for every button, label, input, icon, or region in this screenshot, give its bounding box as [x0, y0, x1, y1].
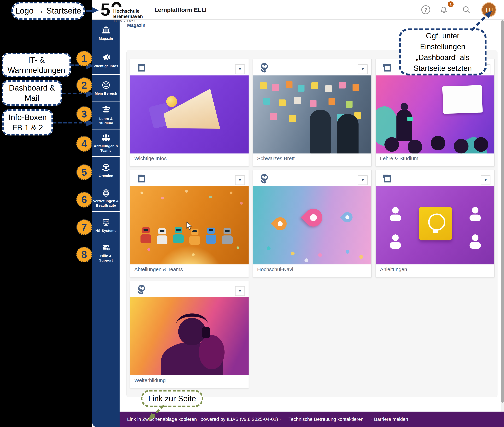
help-icon[interactable]: ?: [421, 5, 430, 14]
sidebar-item-label: HS-Systeme: [95, 229, 117, 233]
sidebar-item-mein-bereich[interactable]: Mein Bereich: [92, 74, 120, 101]
tile-title-link[interactable]: Schwarzes Brett: [257, 156, 295, 161]
sidebar-item-magazin[interactable]: Magazin: [92, 20, 120, 47]
powered-by-text: powered by ILIAS (v9.8 2025-04-01) ·: [201, 417, 281, 422]
tile-actions-dropdown[interactable]: ▼: [235, 286, 245, 296]
annotation-number-8: 8: [76, 247, 92, 262]
svg-text:***: ***: [104, 220, 108, 223]
books-icon: [101, 106, 110, 115]
tile-hochschul-navi[interactable]: ▼ Hochschul-Navi: [253, 170, 372, 277]
tile-header: ▼: [130, 170, 248, 186]
annotation-number-3: 3: [76, 106, 92, 122]
weblink-globe-icon: [259, 62, 270, 73]
sidebar-item-label: Wichtige Infos: [93, 64, 119, 68]
sidebar-item-label: Vertretungen & Beauftragte: [92, 199, 120, 208]
annotation-logo-callout: Logo → Startseite: [11, 2, 85, 20]
contact-support-link[interactable]: Technische Betreuung kontaktieren: [288, 417, 364, 422]
sidebar-item-label: Mein Bereich: [94, 91, 118, 96]
tile-title-link[interactable]: Hochschul-Navi: [257, 267, 293, 272]
tile-header: ▼: [376, 170, 494, 186]
art-shape: [140, 234, 151, 243]
sidebar-item-label: Magazin: [98, 36, 114, 41]
tile-weiterbildung[interactable]: ▼ Weiterbildung: [130, 281, 249, 389]
tile-anleitungen[interactable]: ▼ Anleitungen: [375, 170, 495, 277]
tile-actions-dropdown[interactable]: ▼: [481, 175, 490, 185]
art-shape: [178, 318, 206, 345]
annotation-number-7: 7: [76, 219, 92, 235]
svg-text:?: ?: [108, 248, 109, 250]
tile-wichtige-infos[interactable]: ▼ Wichtige Infos: [130, 59, 249, 167]
art-shape: [419, 207, 452, 240]
vertical-scrollbar[interactable]: [501, 20, 504, 412]
top-header: 5 Hochschule Bremerhaven 1975 - 2025 Ler…: [92, 0, 504, 20]
annotation-number-6: 6: [76, 192, 92, 207]
tile-header: ▼: [130, 59, 248, 76]
tile-title-link[interactable]: Anleitungen: [380, 267, 407, 272]
art-shape: [161, 342, 223, 375]
annotation-arrow-head: [92, 7, 99, 13]
sidebar-item-vertretungen-beauftragte[interactable]: Vertretungen & Beauftragte: [92, 184, 120, 211]
annotation-arrow-to-footer: [144, 404, 168, 423]
tile-image-lehre-studium[interactable]: [376, 76, 494, 153]
tile-actions-dropdown[interactable]: ▼: [358, 64, 368, 74]
sidebar-item-abteilungen-teams[interactable]: Abteilungen & Teams: [92, 129, 120, 156]
tile-title-link[interactable]: Wichtige Infos: [134, 156, 167, 161]
map-pin-shape: [340, 210, 355, 225]
sidebar-item-wichtige-infos[interactable]: Wichtige Infos: [92, 47, 120, 74]
annotation-box-it-warnmeldungen: IT- &Warnmeldungen: [2, 53, 71, 77]
art-shape: [140, 191, 143, 194]
tile-image-schwarzes-brett[interactable]: [253, 76, 371, 153]
annotation-box-info-boxen: Info-BoxenFB 1 & 2: [2, 109, 53, 136]
tile-header: ▼: [253, 170, 371, 186]
search-icon[interactable]: [462, 5, 471, 14]
art-shape: [442, 85, 482, 114]
tile-title-link[interactable]: Lehre & Studium: [380, 156, 418, 161]
report-barrier-link[interactable]: · Barriere melden: [371, 417, 408, 422]
sidebar-item-hilfe-support[interactable]: ? Hilfe & Support: [92, 239, 120, 266]
tile-actions-dropdown[interactable]: ▼: [358, 175, 368, 185]
sidebar-item-label: Hilfe & Support: [92, 254, 120, 263]
annotation-connector: [53, 122, 87, 123]
annotation-number-5: 5: [76, 164, 92, 180]
scrollbar-thumb[interactable]: [501, 20, 504, 403]
annotation-box-dashboard-mail: Dashboard &Mail: [2, 80, 62, 106]
tile-image-anleitungen[interactable]: [376, 186, 494, 264]
art-shape: [166, 96, 177, 107]
weblink-globe-icon: [259, 173, 270, 183]
monitor-icon: ***: [101, 218, 110, 227]
main-sidebar: Magazin Wichtige Infos Mein Bereich: [92, 20, 120, 427]
annotation-number-1: 1: [76, 51, 92, 66]
tile-header: ▼: [253, 59, 371, 76]
folder-icon: [136, 173, 147, 183]
logo-anniversary-years: 1975 - 2025: [114, 20, 136, 23]
logo-50-number: 5: [101, 0, 110, 20]
tile-image-weiterbildung[interactable]: [130, 297, 248, 375]
tile-header: ▼: [130, 281, 248, 297]
art-shape: [384, 137, 399, 152]
folder-icon: [382, 173, 392, 183]
tile-actions-dropdown[interactable]: ▼: [235, 64, 245, 74]
tile-title-link[interactable]: Weiterbildung: [134, 377, 166, 383]
annotation-number-2: 2: [76, 77, 92, 93]
sidebar-item-label: Lehre & Studium: [92, 116, 120, 125]
tile-image-hochschul-navi[interactable]: [253, 186, 371, 264]
tile-image-wichtige-infos[interactable]: [130, 76, 248, 153]
annotation-settings-callout: Ggf. unter Einstellungen „Dashboard“ als…: [399, 29, 487, 76]
tile-actions-dropdown[interactable]: ▼: [235, 175, 245, 185]
bank-icon: [101, 26, 110, 35]
art-shape: [392, 207, 399, 214]
sidebar-item-label: Gremien: [98, 174, 114, 178]
tile-schwarzes-brett[interactable]: ▼ Schwarzes Brett: [253, 59, 372, 167]
sidebar-item-hs-systeme[interactable]: *** HS-Systeme: [92, 211, 120, 239]
annotated-screenshot: 5 Hochschule Bremerhaven 1975 - 2025 Ler…: [0, 0, 504, 427]
globe-people-icon: [101, 188, 110, 197]
art-shape: [396, 110, 412, 141]
sidebar-item-label: Abteilungen & Teams: [92, 144, 120, 153]
art-shape: [310, 110, 331, 153]
sidebar-item-gremien[interactable]: Gremien: [92, 156, 120, 184]
university-logo[interactable]: 5 Hochschule Bremerhaven 1975 - 2025: [96, 1, 154, 19]
notifications-bell-icon[interactable]: [439, 5, 448, 14]
sidebar-item-lehre-studium[interactable]: Lehre & Studium: [92, 101, 120, 129]
annotation-arrow-to-avatar: [470, 9, 494, 32]
tile-title-link[interactable]: Abteilungen & Teams: [134, 267, 183, 272]
